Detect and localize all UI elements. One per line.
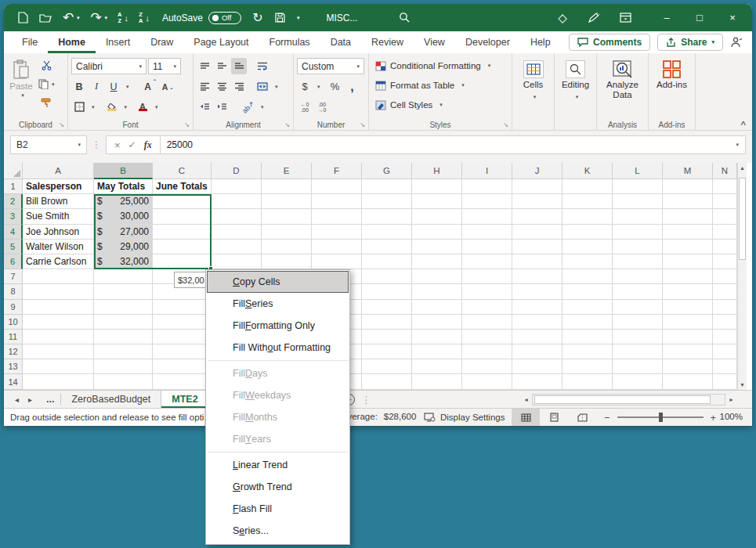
cell-A3[interactable]: Sue Smith [23, 209, 94, 224]
sort-descending-button[interactable]: ZA↓ [139, 12, 150, 23]
align-center-button[interactable] [214, 78, 230, 95]
name-box[interactable]: B2▾ [10, 135, 87, 154]
cell-M7[interactable] [663, 269, 713, 284]
zoom-out-icon[interactable]: − [604, 412, 610, 424]
cell-I6[interactable] [462, 254, 512, 269]
grow-font-button[interactable]: Aˆ [140, 78, 156, 95]
cell-L8[interactable] [613, 284, 663, 299]
cell-K4[interactable] [562, 225, 613, 240]
cell-N8[interactable] [713, 284, 737, 299]
sheet-prev-icon[interactable]: ◂ [15, 395, 19, 404]
cell-L14[interactable] [613, 374, 663, 389]
paste-button[interactable]: Paste ▾ [7, 57, 35, 117]
scroll-down-icon[interactable]: ▾ [738, 381, 747, 388]
cell-J3[interactable] [512, 209, 562, 224]
cell-M4[interactable] [663, 225, 713, 240]
quick-redo-button[interactable]: ↻ [251, 11, 264, 25]
cell-H12[interactable] [412, 344, 462, 359]
cell-styles-button[interactable]: Cell Styles ▾ [375, 96, 508, 114]
column-header-l[interactable]: L [613, 163, 663, 179]
cell-M12[interactable] [663, 344, 713, 359]
cell-C14[interactable] [153, 374, 212, 389]
fill-color-button[interactable] [104, 99, 120, 115]
cell-L4[interactable] [613, 225, 663, 240]
cell-J14[interactable] [512, 374, 562, 389]
cell-N7[interactable] [713, 269, 737, 284]
cell-G3[interactable] [362, 209, 412, 224]
row-header-9[interactable]: 9 [4, 300, 23, 315]
font-size-combo[interactable]: 11▾ [148, 58, 181, 74]
sheet-overflow-button[interactable]: ... [40, 394, 61, 405]
select-all-button[interactable] [4, 163, 23, 179]
cell-J8[interactable] [512, 284, 562, 299]
cell-H11[interactable] [412, 330, 462, 344]
cell-I12[interactable] [462, 344, 512, 359]
cell-N14[interactable] [713, 374, 737, 389]
confirm-entry-icon[interactable]: ✓ [128, 139, 136, 150]
cell-H9[interactable] [412, 300, 462, 315]
open-folder-icon[interactable] [39, 11, 52, 25]
align-right-button[interactable] [231, 78, 247, 95]
cell-L9[interactable] [613, 300, 663, 315]
cell-A6[interactable]: Carrie Carlson [23, 254, 94, 269]
cell-B5[interactable]: $29,000 [94, 240, 153, 254]
cell-C9[interactable] [153, 300, 212, 315]
cell-C12[interactable] [153, 344, 212, 359]
cell-K14[interactable] [562, 374, 613, 389]
close-button[interactable]: × [716, 4, 749, 31]
cell-L5[interactable] [613, 240, 663, 254]
cell-B6[interactable]: $32,000 [94, 254, 153, 269]
cell-D1[interactable] [212, 179, 262, 194]
save-button[interactable] [274, 11, 287, 25]
autosave-pill[interactable]: Off [208, 12, 241, 24]
row-header-11[interactable]: 11 [4, 330, 23, 344]
cell-J5[interactable] [512, 240, 562, 254]
cell-H4[interactable] [412, 225, 462, 240]
cell-M10[interactable] [663, 315, 713, 330]
cell-K3[interactable] [562, 209, 613, 224]
sheet-tab-mte2[interactable]: MTE2 [161, 391, 208, 408]
cell-G1[interactable] [362, 179, 412, 194]
minimize-button[interactable]: – [650, 4, 683, 31]
cell-K13[interactable] [562, 359, 613, 374]
merge-center-button[interactable] [255, 78, 270, 95]
column-header-g[interactable]: G [362, 163, 412, 179]
cell-C13[interactable] [153, 359, 212, 374]
column-header-m[interactable]: M [663, 163, 713, 179]
cell-D5[interactable] [212, 240, 262, 254]
scroll-left-icon[interactable]: ◂ [520, 396, 532, 403]
cell-B8[interactable] [94, 284, 153, 299]
cell-N5[interactable] [713, 240, 737, 254]
cell-I10[interactable] [462, 315, 512, 330]
cell-C5[interactable] [153, 240, 212, 254]
cell-A10[interactable] [23, 315, 94, 330]
borders-caret-icon[interactable]: ▾ [92, 104, 95, 110]
cell-H5[interactable] [412, 240, 462, 254]
italic-button[interactable]: I [89, 78, 104, 95]
cell-G4[interactable] [362, 225, 412, 240]
row-header-6[interactable]: 6 [4, 254, 23, 269]
align-middle-button[interactable] [214, 58, 230, 74]
page-break-view-button[interactable] [568, 409, 596, 426]
cell-D4[interactable] [212, 225, 262, 240]
display-settings-button[interactable]: Display Settings [424, 409, 505, 426]
cell-K12[interactable] [562, 344, 613, 359]
quick-access-caret-icon[interactable]: ▾ [297, 15, 300, 21]
cell-I11[interactable] [462, 330, 512, 344]
zoom-in-icon[interactable]: + [711, 412, 717, 424]
column-header-k[interactable]: K [562, 163, 613, 179]
menu-item-fill-series[interactable]: Fill Series [207, 293, 349, 315]
cell-N4[interactable] [713, 225, 737, 240]
cell-B9[interactable] [94, 300, 153, 315]
cell-J12[interactable] [512, 344, 562, 359]
analyze-data-button[interactable]: Analyze Data [600, 57, 645, 100]
cell-A2[interactable]: Bill Brown [23, 194, 94, 209]
cell-J9[interactable] [512, 300, 562, 315]
format-as-table-button[interactable]: Format as Table ▾ [375, 77, 508, 94]
accounting-format-button[interactable]: $ [297, 78, 313, 95]
autosave-toggle[interactable]: AutoSave Off [162, 12, 241, 24]
wrap-text-button[interactable] [255, 58, 270, 74]
editing-button[interactable]: Editing ▾ [558, 57, 593, 102]
cell-L7[interactable] [613, 269, 663, 284]
cell-A4[interactable]: Joe Johnson [23, 225, 94, 240]
